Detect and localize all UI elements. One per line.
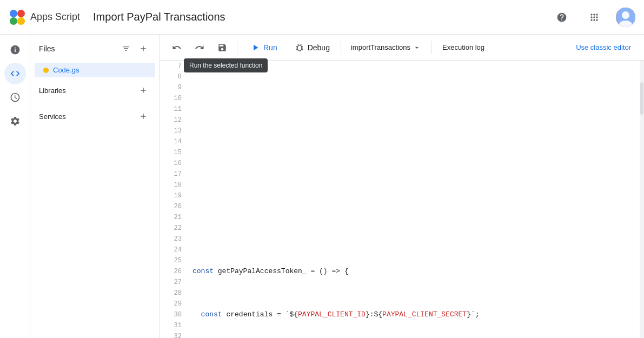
undo-icon (172, 43, 182, 52)
code-editor-area: Run Debug importTransactions Executi (160, 35, 644, 338)
svg-point-2 (10, 17, 17, 25)
project-title: Import PayPal Transactions (93, 11, 225, 23)
svg-point-5 (622, 11, 629, 19)
toolbar-divider-3 (431, 41, 431, 54)
svg-point-1 (17, 10, 25, 17)
toolbar-divider-1 (237, 41, 237, 54)
info-icon (10, 44, 21, 55)
avatar[interactable] (616, 8, 635, 27)
svg-point-0 (10, 10, 17, 17)
add-library-icon (139, 86, 148, 95)
libraries-section-header[interactable]: Libraries (30, 77, 160, 103)
logo-area: Apps Script (9, 9, 80, 26)
run-button[interactable]: Run (242, 39, 286, 56)
add-service-icon (139, 112, 148, 121)
function-name: importTransactions (351, 43, 410, 51)
code-line-12: const credentials = `${PAYPAL_CLIENT_ID}… (192, 309, 633, 320)
scrollbar-track[interactable] (640, 61, 644, 338)
code-line-10 (192, 223, 633, 234)
undo-button[interactable] (167, 39, 187, 56)
files-actions (118, 41, 151, 56)
add-icon (139, 44, 148, 53)
line-numbers: 7 8 9 10 11 12 13 14 15 16 17 18 19 20 2… (160, 61, 186, 338)
code-editor[interactable]: const getPayPalAccessToken_ = () => { co… (186, 61, 640, 338)
execution-log-button[interactable]: Execution log (436, 40, 491, 55)
clock-icon (10, 92, 21, 103)
debug-label: Debug (308, 43, 330, 52)
dropdown-icon (413, 43, 421, 52)
editor-toolbar: Run Debug importTransactions Executi (160, 35, 644, 61)
debug-button[interactable]: Debug (288, 39, 336, 56)
help-button[interactable] (551, 6, 573, 28)
add-file-button[interactable] (136, 41, 151, 56)
topbar-actions (551, 6, 635, 28)
file-item-code-gs[interactable]: Code.gs (35, 63, 155, 77)
files-label: Files (39, 44, 55, 53)
scrollbar-thumb[interactable] (640, 82, 643, 115)
file-status-dot (43, 68, 49, 73)
run-label: Run (263, 43, 277, 52)
sidebar-item-overview[interactable] (4, 39, 26, 61)
settings-icon (10, 116, 21, 127)
sort-icon (122, 44, 130, 53)
classic-editor-label: Use classic editor (576, 43, 631, 51)
add-library-button[interactable] (136, 83, 151, 98)
google-logo-icon (9, 9, 26, 26)
play-icon (250, 43, 260, 52)
app-title: Apps Script (30, 11, 80, 23)
add-service-button[interactable] (136, 109, 151, 124)
sidebar-icons (0, 35, 30, 338)
services-label: Services (39, 112, 66, 121)
exec-log-label: Execution log (442, 43, 484, 51)
file-name: Code.gs (53, 66, 79, 74)
code-line-8 (192, 136, 633, 147)
file-panel: Files Code.gs Libraries (30, 35, 160, 338)
topbar: Apps Script Import PayPal Transactions (0, 0, 644, 35)
code-line-7 (192, 93, 633, 104)
save-button[interactable] (212, 39, 233, 56)
code-icon (10, 68, 21, 79)
files-header: Files (30, 35, 160, 63)
debug-icon (295, 43, 304, 52)
sidebar-item-settings[interactable] (4, 110, 26, 132)
sort-files-button[interactable] (118, 41, 134, 56)
avatar-image (616, 8, 635, 27)
function-selector[interactable]: importTransactions (346, 40, 427, 55)
code-line-9 (192, 180, 633, 190)
services-section-header[interactable]: Services (30, 103, 160, 129)
libraries-label: Libraries (39, 87, 66, 95)
sidebar-item-triggers[interactable] (4, 87, 26, 108)
help-icon (556, 12, 567, 23)
code-line-11: const getPayPalAccessToken_ = () => { (192, 266, 633, 277)
grid-button[interactable] (583, 6, 605, 28)
redo-icon (195, 43, 204, 52)
main-content: Files Code.gs Libraries (0, 35, 644, 338)
save-icon (217, 43, 227, 52)
toolbar-divider-2 (341, 41, 341, 54)
editor-container[interactable]: 7 8 9 10 11 12 13 14 15 16 17 18 19 20 2… (160, 61, 644, 338)
svg-point-3 (17, 17, 25, 25)
classic-editor-button[interactable]: Use classic editor (569, 40, 638, 55)
grid-icon (589, 12, 600, 23)
sidebar-item-editor[interactable] (4, 63, 26, 84)
redo-button[interactable] (189, 39, 210, 56)
